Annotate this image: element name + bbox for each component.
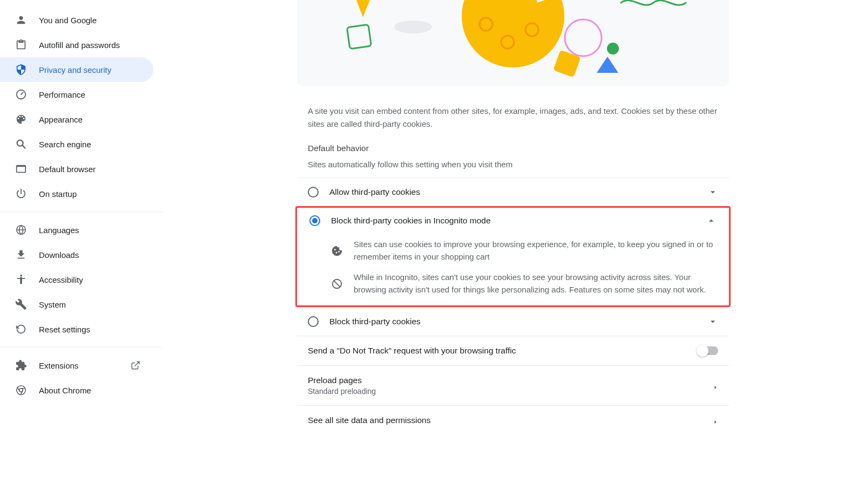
sidebar-item-label: Autofill and passwords — [39, 40, 120, 50]
radio-unselected[interactable] — [308, 316, 319, 327]
option-allow-third-party[interactable]: Allow third-party cookies — [297, 178, 729, 206]
option-block-third-party[interactable]: Block third-party cookies — [297, 307, 729, 336]
svg-point-3 — [20, 275, 22, 277]
search-icon — [15, 138, 27, 150]
person-icon — [15, 14, 27, 26]
sidebar-item-search-engine[interactable]: Search engine — [0, 132, 153, 156]
sidebar: You and Google Autofill and passwords Pr… — [0, 0, 162, 504]
sidebar-item-label: You and Google — [39, 16, 97, 25]
extension-icon — [15, 359, 27, 371]
option-expanded-details: Sites can use cookies to improve your br… — [299, 235, 727, 305]
setting-sub: Standard preloading — [308, 387, 708, 396]
setting-do-not-track[interactable]: Send a "Do Not Track" request with your … — [297, 336, 729, 365]
sidebar-item-accessibility[interactable]: Accessibility — [0, 267, 153, 292]
setting-preload-pages[interactable]: Preload pages Standard preloading — [297, 365, 729, 405]
detail-row-cookie: Sites can use cookies to improve your br… — [331, 238, 717, 263]
sidebar-item-appearance[interactable]: Appearance — [0, 107, 153, 132]
sidebar-item-you-and-google[interactable]: You and Google — [0, 8, 153, 32]
restore-icon — [15, 323, 27, 335]
cookies-description: A site you visit can embed content from … — [297, 99, 729, 144]
sidebar-item-label: Performance — [39, 90, 85, 99]
sidebar-item-label: About Chrome — [39, 386, 91, 395]
sidebar-item-performance[interactable]: Performance — [0, 82, 153, 107]
sidebar-item-default-browser[interactable]: Default browser — [0, 156, 153, 181]
sidebar-item-about[interactable]: About Chrome — [0, 378, 153, 403]
setting-title: See all site data and permissions — [308, 416, 708, 425]
power-icon — [15, 188, 27, 200]
chevron-up-icon[interactable] — [706, 215, 717, 226]
palette-icon — [15, 113, 27, 125]
sidebar-item-label: Appearance — [39, 115, 83, 124]
sidebar-item-on-startup[interactable]: On startup — [0, 181, 153, 206]
open-in-new-icon — [131, 360, 140, 370]
download-icon — [15, 249, 27, 261]
sidebar-item-downloads[interactable]: Downloads — [0, 242, 153, 267]
option-label: Block third-party cookies — [329, 317, 697, 326]
detail-text: While in Incognito, sites can't use your… — [354, 271, 717, 296]
globe-icon — [15, 224, 27, 236]
sidebar-item-label: Default browser — [39, 165, 96, 174]
sidebar-item-privacy[interactable]: Privacy and security — [0, 57, 153, 82]
sidebar-item-system[interactable]: System — [0, 292, 153, 317]
sidebar-item-label: Extensions — [39, 361, 78, 370]
sidebar-item-languages[interactable]: Languages — [0, 217, 153, 242]
radio-selected[interactable] — [309, 215, 320, 226]
setting-title: Send a "Do Not Track" request with your … — [308, 346, 698, 356]
cookie-icon — [331, 245, 343, 257]
svg-rect-7 — [347, 24, 371, 49]
option-label: Block third-party cookies in Incognito m… — [331, 216, 695, 226]
accessibility-icon — [15, 274, 27, 285]
chevron-down-icon[interactable] — [707, 316, 718, 327]
sidebar-item-label: Languages — [39, 226, 79, 235]
default-behavior-heading: Default behavior — [297, 144, 729, 155]
radio-unselected[interactable] — [308, 187, 319, 197]
svg-point-6 — [394, 21, 432, 33]
toggle-off[interactable] — [698, 346, 718, 355]
default-behavior-sub: Sites automatically follow this setting … — [297, 155, 729, 178]
sidebar-item-label: Reset settings — [39, 325, 90, 334]
setting-title: Preload pages — [308, 376, 708, 385]
option-block-incognito-highlighted: Block third-party cookies in Incognito m… — [295, 206, 731, 307]
speedometer-icon — [15, 88, 27, 100]
block-icon — [331, 278, 343, 290]
arrow-right-icon — [713, 383, 718, 389]
option-label: Allow third-party cookies — [329, 187, 697, 197]
content-panel: A site you visit can embed content from … — [297, 0, 729, 504]
main-content: A site you visit can embed content from … — [162, 0, 864, 504]
clipboard-icon — [15, 39, 27, 51]
svg-point-8 — [462, 0, 564, 67]
svg-rect-14 — [553, 50, 580, 77]
detail-text: Sites can use cookies to improve your br… — [354, 238, 717, 263]
setting-see-all-site-data[interactable]: See all site data and permissions — [297, 405, 729, 435]
option-block-incognito[interactable]: Block third-party cookies in Incognito m… — [299, 208, 727, 235]
arrow-right-icon — [713, 418, 718, 423]
sidebar-item-label: Accessibility — [39, 275, 83, 284]
sidebar-section-secondary: Languages Downloads Accessibility System… — [0, 217, 162, 348]
chevron-down-icon[interactable] — [707, 187, 718, 197]
sidebar-item-label: Privacy and security — [39, 65, 111, 74]
wrench-icon — [15, 298, 27, 310]
cookie-hero-graphic — [297, 0, 729, 86]
sidebar-section-footer: Extensions About Chrome — [0, 353, 162, 408]
svg-point-12 — [565, 19, 602, 56]
sidebar-item-label: Search engine — [39, 140, 91, 149]
sidebar-item-autofill[interactable]: Autofill and passwords — [0, 32, 153, 57]
sidebar-item-extensions[interactable]: Extensions — [0, 353, 153, 378]
sidebar-section-main: You and Google Autofill and passwords Pr… — [0, 8, 162, 212]
sidebar-item-label: System — [39, 300, 66, 309]
sidebar-item-label: On startup — [39, 189, 77, 199]
chrome-icon — [15, 384, 27, 396]
detail-row-block: While in Incognito, sites can't use your… — [331, 271, 717, 296]
browser-icon — [15, 163, 27, 175]
svg-point-13 — [607, 43, 619, 55]
sidebar-item-reset[interactable]: Reset settings — [0, 317, 153, 342]
sidebar-item-label: Downloads — [39, 250, 79, 260]
shield-icon — [15, 64, 27, 76]
